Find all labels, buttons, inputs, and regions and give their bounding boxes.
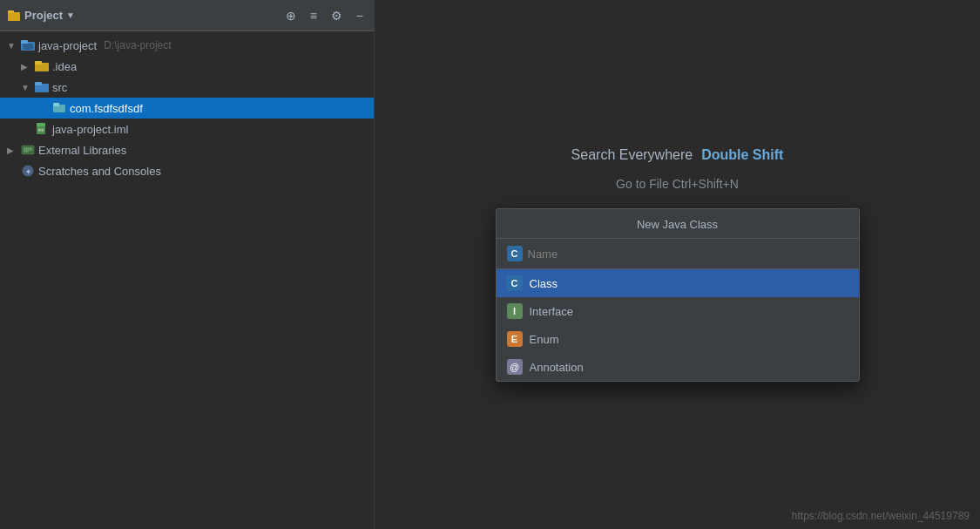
iml-label: java-project.iml	[52, 123, 128, 136]
bottom-url: https://blog.csdn.net/weixin_44519789	[792, 510, 970, 522]
close-icon[interactable]: −	[353, 7, 367, 24]
svg-text:iml: iml	[38, 127, 44, 132]
enum-badge: E	[507, 331, 523, 347]
interface-label: Interface	[530, 305, 574, 318]
idea-label: .idea	[52, 60, 77, 73]
url-text: https://blog.csdn.net/weixin_44519789	[792, 510, 970, 522]
java-project-path: D:\java-project	[104, 39, 171, 51]
sidebar: Project ▼ ⊕ ≡ ⚙ − ▼ java-project D:\java…	[0, 0, 375, 529]
sidebar-header-icons: ⊕ ≡ ⚙ −	[282, 7, 367, 24]
goto-file-row: Go to File Ctrl+Shift+N	[616, 177, 739, 191]
java-project-label: java-project	[38, 39, 97, 52]
annotation-label: Annotation	[530, 361, 584, 374]
chevron-src: ▼	[21, 83, 31, 92]
main-area: Search Everywhere Double Shift Go to Fil…	[375, 0, 980, 529]
chevron-java-project: ▼	[7, 41, 17, 51]
chevron-ext-libs: ▶	[7, 146, 17, 155]
chevron-idea: ▶	[21, 62, 31, 71]
dialog-title: New Java Class	[497, 209, 859, 239]
svg-rect-8	[35, 82, 42, 85]
project-label: Project	[24, 9, 63, 22]
class-label: Class	[530, 277, 558, 290]
svg-rect-12	[37, 123, 45, 126]
tree-item-idea[interactable]: ▶ .idea	[0, 56, 374, 77]
tree-item-com-package[interactable]: ▶ com.fsdfsdfsdf	[0, 98, 374, 119]
idea-folder-icon	[35, 60, 49, 72]
name-input-label[interactable]: Name	[528, 248, 558, 261]
enum-label: Enum	[530, 333, 559, 346]
tree-item-iml[interactable]: ▶ iml java-project.iml	[0, 119, 374, 139]
external-libs-icon	[21, 144, 35, 156]
svg-rect-10	[53, 103, 59, 106]
new-java-class-dialog: New Java Class C Name C Class I Interfac…	[496, 208, 860, 382]
sidebar-header: Project ▼ ⊕ ≡ ⚙ −	[0, 0, 374, 31]
dialog-item-enum[interactable]: E Enum	[497, 325, 859, 353]
layout-icon[interactable]: ≡	[307, 7, 321, 24]
src-label: src	[52, 81, 67, 94]
annotation-badge: @	[507, 359, 523, 375]
name-badge-c: C	[507, 246, 523, 261]
tree-item-external-libs[interactable]: ▶ External Libraries	[0, 139, 374, 160]
package-icon	[52, 102, 66, 114]
svg-rect-1	[8, 10, 14, 13]
settings-icon[interactable]: ⚙	[328, 7, 346, 24]
project-panel-title[interactable]: Project ▼	[7, 9, 75, 23]
svg-rect-0	[8, 12, 20, 21]
search-everywhere-row: Search Everywhere Double Shift	[571, 147, 784, 163]
chevron-com: ▶	[38, 104, 49, 113]
dialog-item-class[interactable]: C Class	[497, 269, 859, 297]
scratches-icon: ✦	[21, 165, 35, 177]
add-content-icon[interactable]: ⊕	[282, 7, 300, 24]
class-badge: C	[507, 275, 523, 291]
svg-rect-4	[23, 44, 33, 50]
project-dropdown-arrow[interactable]: ▼	[66, 10, 75, 20]
goto-file-label: Go to File Ctrl+Shift+N	[616, 177, 739, 191]
project-icon	[7, 9, 21, 23]
dialog-name-row[interactable]: C Name	[497, 239, 859, 268]
search-shortcut-label: Double Shift	[701, 147, 783, 163]
svg-rect-3	[21, 40, 28, 44]
tree-item-java-project[interactable]: ▼ java-project D:\java-project	[0, 35, 374, 56]
scratches-label: Scratches and Consoles	[38, 165, 161, 178]
svg-rect-6	[35, 61, 42, 64]
project-tree: ▼ java-project D:\java-project ▶ .idea ▼	[0, 31, 374, 185]
search-everywhere-label: Search Everywhere	[571, 147, 693, 163]
external-libs-label: External Libraries	[38, 144, 126, 157]
svg-text:✦: ✦	[25, 168, 31, 176]
dialog-item-interface[interactable]: I Interface	[497, 297, 859, 325]
iml-file-icon: iml	[35, 123, 49, 135]
src-folder-icon	[35, 81, 49, 93]
interface-badge: I	[507, 303, 523, 319]
com-package-label: com.fsdfsdfsdf	[70, 102, 143, 115]
dialog-item-annotation[interactable]: @ Annotation	[497, 353, 859, 381]
project-folder-icon	[21, 39, 35, 51]
tree-item-scratches[interactable]: ▶ ✦ Scratches and Consoles	[0, 160, 374, 181]
tree-item-src[interactable]: ▼ src	[0, 77, 374, 98]
